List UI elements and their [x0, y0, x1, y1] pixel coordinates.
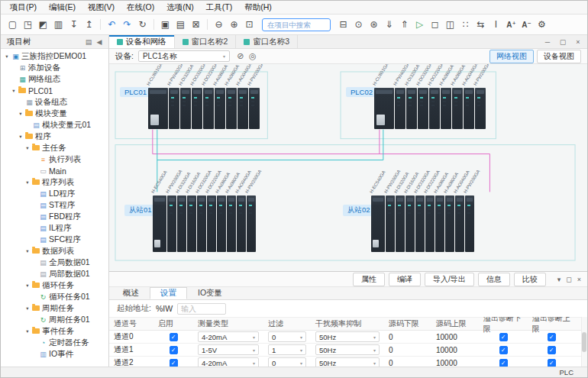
ibeam-icon[interactable]: I — [489, 18, 503, 32]
plc-module[interactable]: H-AI080GA — [226, 88, 237, 129]
view-toggle-button[interactable]: 设备视图 — [537, 50, 581, 63]
tree-item[interactable]: ST程序 — [1, 199, 108, 211]
io-module[interactable]: H-AI080GA — [227, 195, 236, 252]
scrollbar-thumb[interactable] — [582, 332, 586, 352]
io-module[interactable]: H-PW200GA — [247, 195, 256, 252]
tree-item[interactable]: FBD程序 — [1, 211, 108, 222]
measure-type-select[interactable]: 1-5V▾ — [198, 344, 259, 355]
open-project-icon[interactable]: ◳ — [21, 18, 35, 32]
validate-icon[interactable]: ⊙ — [351, 18, 366, 32]
tree-item[interactable]: ▾ 程序列表 — [1, 176, 108, 188]
menu-item[interactable]: 选项(N) — [160, 2, 200, 14]
overflow-diag-high-checkbox[interactable] — [548, 359, 556, 367]
import-icon[interactable]: ↧ — [66, 18, 81, 32]
tree-item[interactable]: ▾ 三族指控DEMO01 — [1, 50, 108, 62]
float-panel-icon[interactable]: ◻ — [566, 276, 571, 283]
action-button[interactable]: 编译 — [389, 273, 421, 286]
station-label[interactable]: 从站01 — [124, 205, 157, 216]
plc-module[interactable]: H-PW402GA — [395, 88, 405, 129]
plc-module[interactable]: H-DI320GA — [406, 88, 417, 129]
tree-item[interactable]: 定时器任务 — [1, 337, 108, 348]
overflow-diag-high-checkbox[interactable] — [548, 346, 556, 354]
save-all-icon[interactable]: ▥ — [51, 18, 66, 32]
plc-module[interactable]: H-PW200GA — [249, 88, 260, 129]
io-module[interactable]: H-DI160GA — [187, 195, 196, 252]
panel-tab[interactable]: 概述 — [112, 287, 150, 299]
overflow-diag-high-checkbox[interactable] — [548, 333, 556, 341]
menu-item[interactable]: 视图(V) — [82, 2, 121, 14]
filter-select[interactable]: 1▾ — [268, 344, 306, 355]
view-toggle-button[interactable]: 网络视图 — [489, 50, 534, 63]
overflow-diag-low-checkbox[interactable] — [499, 346, 508, 354]
tree-item[interactable]: 模块变量元01 — [1, 119, 108, 131]
compile-icon[interactable]: ⊛ — [367, 18, 381, 32]
menu-item[interactable]: 编辑(E) — [43, 2, 82, 14]
grid-icon[interactable]: ∷ — [458, 18, 473, 32]
table-scrollbar[interactable] — [581, 317, 587, 367]
restore-icon[interactable]: ▢ — [558, 38, 567, 46]
io-module[interactable]: H-PW200GA — [465, 195, 474, 252]
delete-icon[interactable]: ⊠ — [189, 18, 203, 32]
expander-icon[interactable]: ▾ — [24, 283, 31, 289]
io-module[interactable]: H-AO040GA — [237, 195, 246, 252]
close-panel-icon[interactable]: × — [577, 276, 581, 283]
overflow-diag-low-checkbox[interactable] — [499, 333, 508, 341]
station-label[interactable]: PLC01 — [120, 87, 151, 97]
editor-tab[interactable]: 窗口名称2 — [175, 35, 237, 48]
io-module[interactable]: H-EC540GA — [371, 195, 385, 252]
export-icon[interactable]: ↥ — [82, 18, 96, 32]
io-module[interactable]: H-EC540GA — [153, 195, 166, 252]
io-module[interactable]: H-DI320GA — [396, 195, 405, 252]
zoom-fit-icon[interactable]: ⊡ — [242, 18, 257, 32]
measure-type-select[interactable]: 4-20mA▾ — [198, 357, 259, 367]
new-file-icon[interactable]: ▢ — [5, 18, 20, 32]
station-slave02[interactable]: 从站02 H-EC540GAH-PW200GAH-DI320GAH-DI160G… — [343, 171, 474, 252]
plc-module[interactable]: H-AI080GA — [215, 88, 225, 129]
io-module[interactable]: H-DO220GA — [425, 195, 435, 252]
station-label[interactable]: 从站02 — [343, 205, 375, 216]
refresh-icon[interactable]: ↻ — [135, 18, 150, 32]
menu-item[interactable]: 项目(P) — [4, 2, 43, 14]
zoom-out-icon[interactable]: ⊖ — [212, 18, 226, 32]
action-button[interactable]: 比较 — [514, 273, 546, 286]
network-canvas[interactable]: PLC01 H-CU801GAH-PW402GAH-DI320GAH-DO320… — [109, 64, 587, 271]
pin-panel-icon[interactable]: ▤ — [83, 38, 94, 46]
plc-module[interactable]: H-DO220GA — [429, 88, 440, 129]
tree-item[interactable]: 执行列表 — [1, 153, 108, 165]
redo-icon[interactable]: ↷ — [120, 18, 134, 32]
paste-icon[interactable]: ▤ — [173, 18, 188, 32]
io-module[interactable]: H-DI160GA — [405, 195, 415, 252]
expander-icon[interactable]: ▾ — [24, 248, 31, 254]
tree-item[interactable]: 周期任务01 — [1, 314, 108, 325]
io-module[interactable]: H-DO320GA — [197, 195, 206, 252]
target-icon[interactable]: ◎ — [247, 51, 259, 61]
enable-checkbox[interactable] — [170, 333, 178, 341]
font-increase-icon[interactable]: A⁺ — [504, 18, 519, 32]
copy-icon[interactable]: ▣ — [158, 18, 173, 32]
io-module[interactable]: H-AI080GA — [217, 195, 226, 252]
station-label[interactable]: PLC02 — [346, 87, 377, 97]
tree-item[interactable]: ▾ 数据列表 — [1, 245, 108, 257]
tree-item[interactable]: ▾ 主任务 — [1, 142, 108, 153]
undo-icon[interactable]: ↶ — [105, 18, 119, 32]
io-module[interactable]: H-AI080GA — [435, 195, 444, 252]
frequency-select[interactable]: 50Hz▾ — [315, 344, 380, 355]
tree-item[interactable]: SFC程序 — [1, 234, 108, 245]
compare-icon[interactable]: ⇆ — [473, 18, 488, 32]
io-module[interactable]: H-AI080GA — [445, 195, 454, 252]
plc-module[interactable]: H-DI320GA — [180, 88, 191, 129]
plc-module[interactable]: H-CU801GA — [374, 88, 394, 129]
settings-icon[interactable]: ⚙ — [535, 18, 549, 32]
tree-item[interactable]: LD程序 — [1, 188, 108, 199]
tree-item[interactable]: ▾ 事件任务 — [1, 325, 108, 337]
tree-item[interactable]: ▾ 模块变量 — [1, 108, 108, 119]
tree-item[interactable]: IO事件 — [1, 348, 108, 360]
tree-item[interactable]: ▾ 程序 — [1, 131, 108, 142]
plc-module[interactable]: H-DO320GA — [418, 88, 428, 129]
io-module[interactable]: H-DO320GA — [415, 195, 425, 252]
expander-icon[interactable]: ▾ — [24, 179, 31, 186]
tree-item[interactable]: 全局数据01 — [1, 257, 108, 268]
io-module[interactable]: H-PW200GA — [167, 195, 176, 252]
font-decrease-icon[interactable]: A⁻ — [519, 18, 534, 32]
start-address-input[interactable] — [177, 303, 226, 315]
